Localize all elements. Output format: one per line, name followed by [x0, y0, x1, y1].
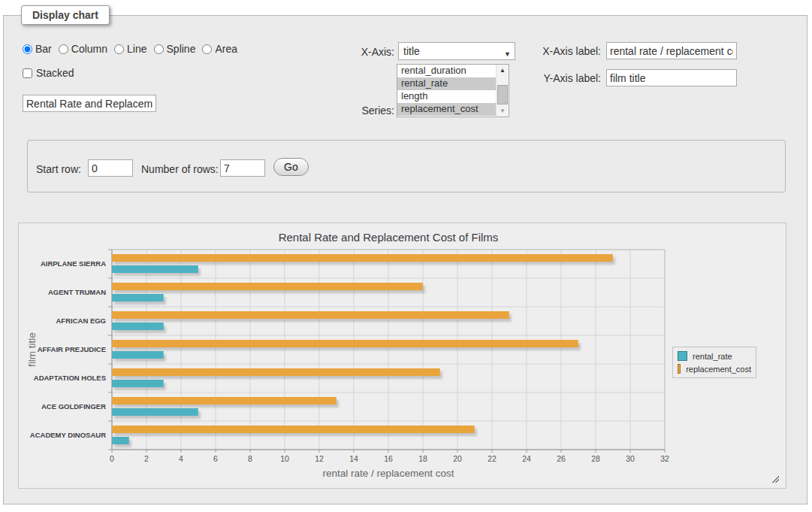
go-button[interactable]: Go — [273, 158, 309, 176]
area-radio[interactable] — [202, 44, 212, 54]
legend-item: replacement_cost — [678, 362, 751, 375]
replacement_cost-bar[interactable] — [112, 426, 475, 433]
series-option[interactable]: rental_rate — [397, 77, 496, 90]
line-radio-label: Line — [127, 43, 146, 55]
category-label: AIRPLANE SIERRA — [41, 259, 106, 268]
x-tick-label: 14 — [349, 454, 358, 463]
replacement_cost-bar[interactable] — [112, 311, 509, 319]
scrollbar-thumb[interactable] — [497, 85, 508, 105]
stacked-checkbox[interactable] — [23, 68, 32, 78]
replacement_cost-bar[interactable] — [112, 340, 578, 347]
series-option[interactable]: replacement_cost — [397, 103, 496, 116]
legend-label: replacement_cost — [686, 365, 751, 374]
y-axis-label-label: Y-Axis label: — [520, 72, 601, 84]
bar-radio-label: Bar — [35, 43, 52, 55]
x-tick-label: 4 — [179, 454, 183, 463]
spline-radio-label: Spline — [167, 43, 196, 55]
replacement_cost-bar[interactable] — [112, 397, 337, 404]
rental_rate-bar[interactable] — [112, 380, 164, 387]
rental_rate-bar[interactable] — [112, 294, 164, 301]
chart-title: Rental Rate and Replacement Cost of Film… — [279, 231, 499, 244]
rental_rate-bar[interactable] — [112, 351, 164, 359]
x-tick-label: 26 — [557, 454, 566, 463]
x-tick-label: 8 — [248, 454, 252, 463]
x-tick-label: 32 — [660, 454, 669, 463]
x-tick-label: 20 — [453, 454, 462, 463]
num-rows-input[interactable] — [220, 159, 265, 177]
area-radio-label: Area — [215, 43, 237, 55]
column-radio-label: Column — [71, 43, 107, 55]
x-axis-select[interactable]: title ▼ — [398, 42, 515, 60]
series-option[interactable]: length — [397, 90, 496, 103]
x-axis-label-input[interactable] — [606, 42, 737, 59]
bar-chart-svg: 02468101214161820222426283032AIRPLANE SI… — [19, 223, 786, 488]
x-axis-title: rental rate / replacement cost — [323, 468, 454, 479]
legend-swatch-icon — [678, 351, 687, 361]
rental_rate-bar[interactable] — [112, 323, 164, 330]
x-tick-label: 0 — [110, 454, 114, 463]
category-label: AFRICAN EGG — [56, 317, 107, 325]
series-listbox[interactable]: rental_duration rental_rate length repla… — [397, 64, 509, 117]
x-tick-label: 6 — [213, 454, 218, 463]
line-radio[interactable] — [114, 44, 124, 54]
category-label: AFFAIR PREJUDICE — [38, 345, 106, 353]
legend-swatch-icon — [678, 364, 681, 374]
start-row-label: Start row: — [36, 163, 81, 175]
rental_rate-bar[interactable] — [112, 408, 198, 416]
x-tick-label: 12 — [315, 454, 324, 463]
x-tick-label: 22 — [488, 454, 497, 463]
x-tick-label: 28 — [591, 454, 600, 463]
x-axis-selected-value: title — [403, 45, 420, 57]
x-tick-label: 16 — [384, 454, 393, 463]
scroll-up-icon[interactable]: ▲ — [497, 65, 509, 75]
category-label: AGENT TRUMAN — [48, 288, 106, 296]
series-listbox-label: Series: — [338, 105, 394, 117]
scroll-down-icon[interactable]: ▼ — [497, 106, 509, 117]
x-tick-label: 30 — [626, 454, 635, 463]
stacked-option[interactable]: Stacked — [23, 67, 74, 79]
chart-type-area[interactable]: Area — [202, 43, 237, 55]
y-axis-label-input[interactable] — [606, 69, 737, 86]
stacked-label: Stacked — [36, 67, 74, 79]
num-rows-label: Number of rows: — [141, 163, 219, 175]
column-radio[interactable] — [59, 44, 68, 54]
x-tick-label: 2 — [144, 454, 149, 463]
panel-legend: Display chart — [21, 5, 110, 25]
chart-type-line[interactable]: Line — [114, 43, 146, 55]
category-label: ADAPTATION HOLES — [34, 374, 106, 382]
x-tick-label: 18 — [418, 454, 427, 463]
x-axis-select-label: X-Axis: — [338, 46, 394, 58]
chart-type-column[interactable]: Column — [59, 43, 107, 55]
legend-label: rental_rate — [693, 352, 732, 361]
x-tick-label: 24 — [522, 454, 531, 463]
chart-title-input[interactable] — [23, 95, 156, 112]
start-row-input[interactable] — [88, 159, 133, 177]
bar-radio[interactable] — [23, 44, 32, 54]
spline-radio[interactable] — [154, 44, 164, 54]
category-label: ACADEMY DINOSAUR — [30, 431, 106, 439]
chart-legend: rental_ratereplacement_cost — [672, 347, 756, 378]
chart-type-radios: Bar Column Line Spline Area — [23, 43, 237, 55]
replacement_cost-bar[interactable] — [112, 283, 423, 290]
x-tick-label: 10 — [280, 454, 289, 463]
chart-container: 02468101214161820222426283032AIRPLANE SI… — [18, 223, 786, 489]
replacement_cost-bar[interactable] — [112, 368, 440, 376]
listbox-scrollbar[interactable]: ▲ ▼ — [496, 65, 509, 117]
chart-type-bar[interactable]: Bar — [23, 43, 52, 55]
rental_rate-bar[interactable] — [112, 265, 198, 273]
replacement_cost-bar[interactable] — [112, 254, 613, 262]
series-option[interactable]: rental_duration — [397, 65, 496, 77]
chart-type-spline[interactable]: Spline — [154, 43, 196, 55]
rental_rate-bar[interactable] — [112, 437, 129, 444]
series-options: rental_duration rental_rate length repla… — [397, 65, 496, 117]
category-label: ACE GOLDFINGER — [41, 402, 106, 411]
chevron-down-icon: ▼ — [504, 47, 511, 62]
page: Display chart Bar Column Line Spline Are… — [0, 0, 812, 512]
legend-item: rental_rate — [678, 350, 751, 362]
x-axis-label-label: X-Axis label: — [520, 45, 601, 57]
y-axis-title: film title — [26, 332, 38, 367]
